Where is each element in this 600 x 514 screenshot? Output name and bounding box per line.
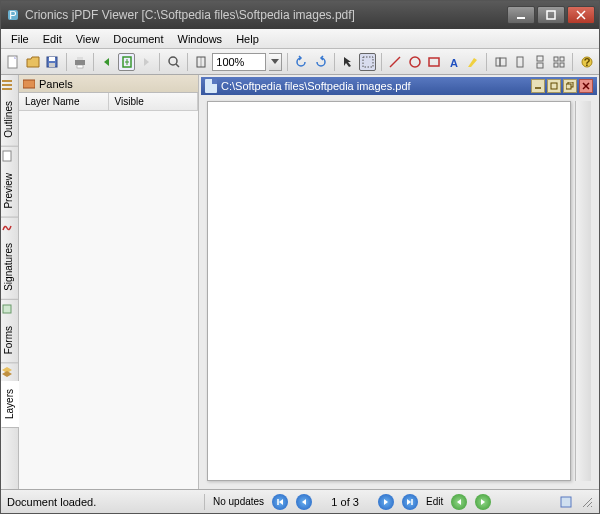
app-icon: P <box>5 7 21 23</box>
tab-preview[interactable]: Preview <box>1 165 18 218</box>
document-area: C:\Softpedia files\Softpedia images.pdf <box>199 75 599 489</box>
go-back-button[interactable] <box>451 494 467 510</box>
window-controls <box>507 6 595 24</box>
menu-file[interactable]: File <box>5 31 35 47</box>
titlebar[interactable]: P Crionics jPDF Viewer [C:\Softpedia fil… <box>1 1 599 29</box>
menubar: File Edit View Document Windows Help <box>1 29 599 49</box>
line-annot-button[interactable] <box>387 53 404 71</box>
svg-rect-38 <box>2 88 12 90</box>
doc-restore-button[interactable] <box>563 79 577 93</box>
vtab-icon-forms <box>1 300 18 318</box>
rotate-ccw-button[interactable] <box>293 53 310 71</box>
highlight-annot-button[interactable] <box>465 53 482 71</box>
document-tab-title: C:\Softpedia files\Softpedia images.pdf <box>221 80 411 92</box>
svg-rect-23 <box>429 58 439 66</box>
next-page-button[interactable] <box>378 494 394 510</box>
menu-edit[interactable]: Edit <box>37 31 68 47</box>
zoom-input[interactable] <box>212 53 266 71</box>
svg-rect-40 <box>3 305 11 313</box>
bookmark-button[interactable] <box>492 53 509 71</box>
svg-line-21 <box>390 57 400 67</box>
toolbar: A ? <box>1 49 599 75</box>
close-button[interactable] <box>567 6 595 24</box>
svg-rect-36 <box>2 80 12 82</box>
rotate-cw-button[interactable] <box>312 53 329 71</box>
first-page-button[interactable] <box>272 494 288 510</box>
panels-icon <box>23 78 35 90</box>
svg-rect-20 <box>363 57 373 67</box>
svg-rect-28 <box>537 56 543 61</box>
status-message: Document loaded. <box>7 496 136 508</box>
save-button[interactable] <box>44 53 61 71</box>
nav-back-button[interactable] <box>99 53 116 71</box>
col-visible[interactable]: Visible <box>109 93 199 110</box>
svg-rect-32 <box>554 63 558 67</box>
col-layer-name[interactable]: Layer Name <box>19 93 109 110</box>
svg-rect-9 <box>49 63 55 67</box>
vertical-scrollbar[interactable] <box>575 101 591 481</box>
continuous-button[interactable] <box>531 53 548 71</box>
svg-rect-30 <box>554 57 558 61</box>
text-annot-button[interactable]: A <box>445 53 462 71</box>
prev-page-button[interactable] <box>296 494 312 510</box>
layers-table-header: Layer Name Visible <box>19 93 198 111</box>
print-button[interactable] <box>71 53 88 71</box>
minimize-button[interactable] <box>507 6 535 24</box>
tab-layers[interactable]: Layers <box>1 381 19 428</box>
vtab-icon-layers <box>1 363 18 381</box>
main-window: P Crionics jPDF Viewer [C:\Softpedia fil… <box>0 0 600 514</box>
pointer-tool-button[interactable] <box>340 53 357 71</box>
tab-outlines[interactable]: Outlines <box>1 93 18 147</box>
side-tabs: Outlines Preview Signatures Forms Layers <box>1 75 19 489</box>
single-page-button[interactable] <box>512 53 529 71</box>
open-button[interactable] <box>25 53 42 71</box>
menu-document[interactable]: Document <box>107 31 169 47</box>
svg-rect-3 <box>547 11 555 19</box>
svg-text:?: ? <box>583 56 590 68</box>
status-corner-icon <box>559 495 573 509</box>
last-page-button[interactable] <box>402 494 418 510</box>
help-button[interactable]: ? <box>578 53 595 71</box>
layers-table-body[interactable] <box>19 111 198 489</box>
actual-size-button[interactable] <box>193 53 210 71</box>
menu-view[interactable]: View <box>70 31 106 47</box>
nav-forward-button[interactable] <box>138 53 155 71</box>
menu-windows[interactable]: Windows <box>172 31 229 47</box>
grid-button[interactable] <box>551 53 568 71</box>
select-tool-button[interactable] <box>359 53 376 71</box>
doc-maximize-button[interactable] <box>547 79 561 93</box>
vtab-icon-outlines <box>1 75 18 93</box>
pdf-page[interactable] <box>207 101 571 481</box>
go-forward-button[interactable] <box>475 494 491 510</box>
svg-point-16 <box>169 57 177 65</box>
maximize-button[interactable] <box>537 6 565 24</box>
zoom-tool-button[interactable] <box>165 53 182 71</box>
content-area: Outlines Preview Signatures Forms Layers… <box>1 75 599 489</box>
edit-label[interactable]: Edit <box>426 496 443 507</box>
svg-line-53 <box>591 506 592 507</box>
page-viewport[interactable] <box>201 95 597 487</box>
new-button[interactable] <box>5 53 22 71</box>
svg-line-51 <box>583 498 592 507</box>
svg-rect-8 <box>49 57 55 61</box>
doc-close-button[interactable] <box>579 79 593 93</box>
zoom-dropdown[interactable] <box>269 53 282 71</box>
svg-rect-11 <box>77 57 83 60</box>
panels-sidebar: Panels Layer Name Visible <box>19 75 199 489</box>
svg-rect-26 <box>500 58 506 66</box>
tab-forms[interactable]: Forms <box>1 318 18 363</box>
document-titlebar[interactable]: C:\Softpedia files\Softpedia images.pdf <box>201 77 597 95</box>
fit-toggle-button[interactable] <box>118 53 135 71</box>
tab-signatures[interactable]: Signatures <box>1 235 18 300</box>
panels-header: Panels <box>19 75 198 93</box>
doc-minimize-button[interactable] <box>531 79 545 93</box>
vtab-icon-signatures <box>1 217 18 235</box>
svg-rect-12 <box>77 65 83 68</box>
menu-help[interactable]: Help <box>230 31 265 47</box>
rect-annot-button[interactable] <box>426 53 443 71</box>
circle-annot-button[interactable] <box>406 53 423 71</box>
svg-rect-10 <box>75 60 85 65</box>
svg-rect-43 <box>551 83 557 89</box>
resize-grip-icon[interactable] <box>581 496 593 508</box>
svg-rect-27 <box>517 57 523 67</box>
